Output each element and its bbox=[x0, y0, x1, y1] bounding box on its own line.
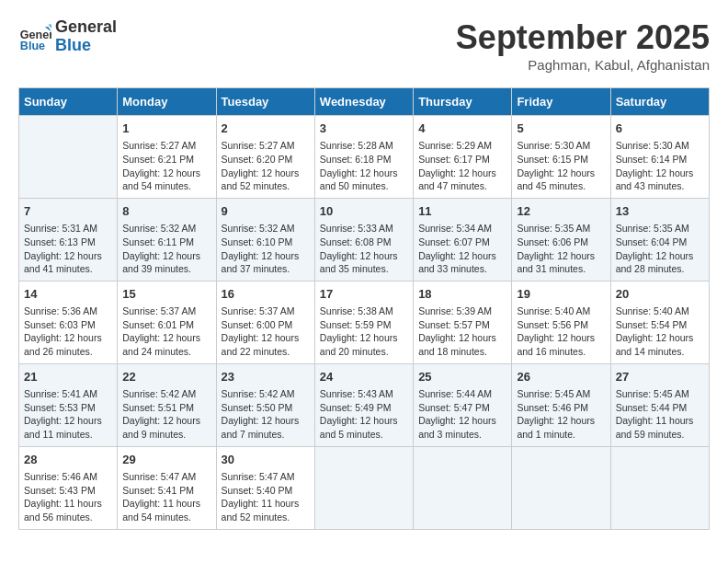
calendar-cell bbox=[19, 116, 118, 199]
day-info: Sunrise: 5:47 AM Sunset: 5:40 PM Dayligh… bbox=[222, 470, 310, 524]
day-number: 9 bbox=[222, 203, 310, 220]
logo-line2: Blue bbox=[55, 37, 117, 55]
day-number: 1 bbox=[122, 121, 210, 137]
page-header: General Blue General Blue September 2025… bbox=[18, 18, 710, 73]
day-number: 27 bbox=[616, 369, 704, 385]
header-day-monday: Monday bbox=[118, 88, 216, 116]
calendar-cell: 11Sunrise: 5:34 AM Sunset: 6:07 PM Dayli… bbox=[414, 198, 512, 281]
header-day-saturday: Saturday bbox=[610, 88, 709, 116]
calendar-cell: 14Sunrise: 5:36 AM Sunset: 6:03 PM Dayli… bbox=[19, 281, 118, 363]
day-number: 2 bbox=[222, 121, 310, 137]
calendar-cell bbox=[610, 446, 709, 529]
day-info: Sunrise: 5:42 AM Sunset: 5:51 PM Dayligh… bbox=[122, 387, 210, 442]
day-info: Sunrise: 5:38 AM Sunset: 5:59 PM Dayligh… bbox=[320, 304, 408, 359]
logo-icon: General Blue bbox=[18, 20, 51, 53]
day-number: 11 bbox=[418, 203, 506, 220]
calendar-cell: 17Sunrise: 5:38 AM Sunset: 5:59 PM Dayli… bbox=[314, 281, 413, 363]
header-day-tuesday: Tuesday bbox=[216, 88, 314, 116]
calendar-cell: 19Sunrise: 5:40 AM Sunset: 5:56 PM Dayli… bbox=[512, 281, 610, 363]
day-number: 19 bbox=[517, 286, 605, 303]
day-info: Sunrise: 5:34 AM Sunset: 6:07 PM Dayligh… bbox=[418, 222, 506, 276]
day-number: 4 bbox=[418, 121, 506, 137]
location: Paghman, Kabul, Afghanistan bbox=[456, 57, 710, 73]
day-number: 14 bbox=[24, 286, 112, 303]
day-number: 30 bbox=[222, 452, 310, 468]
day-info: Sunrise: 5:45 AM Sunset: 5:46 PM Dayligh… bbox=[517, 387, 605, 442]
day-number: 5 bbox=[517, 121, 605, 137]
calendar-week-4: 21Sunrise: 5:41 AM Sunset: 5:53 PM Dayli… bbox=[19, 363, 710, 446]
logo-text: General Blue bbox=[55, 18, 117, 55]
day-number: 28 bbox=[24, 452, 112, 468]
month-title: September 2025 bbox=[456, 18, 710, 57]
calendar-week-1: 1Sunrise: 5:27 AM Sunset: 6:21 PM Daylig… bbox=[19, 116, 710, 199]
day-info: Sunrise: 5:46 AM Sunset: 5:43 PM Dayligh… bbox=[24, 470, 112, 524]
calendar-cell: 2Sunrise: 5:27 AM Sunset: 6:20 PM Daylig… bbox=[216, 116, 314, 199]
header-day-sunday: Sunday bbox=[19, 88, 118, 116]
header-day-thursday: Thursday bbox=[414, 88, 512, 116]
day-info: Sunrise: 5:36 AM Sunset: 6:03 PM Dayligh… bbox=[24, 304, 112, 359]
day-number: 3 bbox=[320, 121, 408, 137]
day-number: 6 bbox=[616, 121, 704, 137]
day-number: 12 bbox=[517, 203, 605, 220]
calendar-cell: 4Sunrise: 5:29 AM Sunset: 6:17 PM Daylig… bbox=[414, 116, 512, 199]
day-info: Sunrise: 5:30 AM Sunset: 6:14 PM Dayligh… bbox=[616, 139, 704, 193]
day-info: Sunrise: 5:44 AM Sunset: 5:47 PM Dayligh… bbox=[418, 387, 506, 442]
day-info: Sunrise: 5:28 AM Sunset: 6:18 PM Dayligh… bbox=[320, 139, 408, 193]
calendar-week-2: 7Sunrise: 5:31 AM Sunset: 6:13 PM Daylig… bbox=[19, 198, 710, 281]
day-number: 22 bbox=[122, 369, 210, 385]
header-day-wednesday: Wednesday bbox=[314, 88, 413, 116]
calendar-cell: 20Sunrise: 5:40 AM Sunset: 5:54 PM Dayli… bbox=[610, 281, 709, 363]
calendar-cell: 22Sunrise: 5:42 AM Sunset: 5:51 PM Dayli… bbox=[118, 363, 216, 446]
day-info: Sunrise: 5:41 AM Sunset: 5:53 PM Dayligh… bbox=[24, 387, 112, 442]
calendar-cell: 30Sunrise: 5:47 AM Sunset: 5:40 PM Dayli… bbox=[216, 446, 314, 529]
day-info: Sunrise: 5:32 AM Sunset: 6:11 PM Dayligh… bbox=[122, 222, 210, 276]
calendar-cell: 1Sunrise: 5:27 AM Sunset: 6:21 PM Daylig… bbox=[118, 116, 216, 199]
day-info: Sunrise: 5:43 AM Sunset: 5:49 PM Dayligh… bbox=[320, 387, 408, 442]
calendar-cell: 25Sunrise: 5:44 AM Sunset: 5:47 PM Dayli… bbox=[414, 363, 512, 446]
day-number: 7 bbox=[24, 203, 112, 220]
calendar-cell: 6Sunrise: 5:30 AM Sunset: 6:14 PM Daylig… bbox=[610, 116, 709, 199]
calendar-cell: 24Sunrise: 5:43 AM Sunset: 5:49 PM Dayli… bbox=[314, 363, 413, 446]
logo-line1: General bbox=[55, 18, 117, 37]
day-number: 15 bbox=[122, 286, 210, 303]
calendar-week-5: 28Sunrise: 5:46 AM Sunset: 5:43 PM Dayli… bbox=[19, 446, 710, 529]
calendar-cell bbox=[512, 446, 610, 529]
svg-text:Blue: Blue bbox=[20, 40, 45, 52]
title-block: September 2025 Paghman, Kabul, Afghanist… bbox=[456, 18, 710, 73]
header-day-friday: Friday bbox=[512, 88, 610, 116]
day-info: Sunrise: 5:47 AM Sunset: 5:41 PM Dayligh… bbox=[122, 470, 210, 524]
calendar-cell: 27Sunrise: 5:45 AM Sunset: 5:44 PM Dayli… bbox=[610, 363, 709, 446]
day-number: 8 bbox=[122, 203, 210, 220]
calendar-cell: 8Sunrise: 5:32 AM Sunset: 6:11 PM Daylig… bbox=[118, 198, 216, 281]
day-info: Sunrise: 5:35 AM Sunset: 6:04 PM Dayligh… bbox=[616, 222, 704, 276]
day-info: Sunrise: 5:33 AM Sunset: 6:08 PM Dayligh… bbox=[320, 222, 408, 276]
calendar-cell: 10Sunrise: 5:33 AM Sunset: 6:08 PM Dayli… bbox=[314, 198, 413, 281]
calendar-cell: 26Sunrise: 5:45 AM Sunset: 5:46 PM Dayli… bbox=[512, 363, 610, 446]
calendar-cell: 28Sunrise: 5:46 AM Sunset: 5:43 PM Dayli… bbox=[19, 446, 118, 529]
day-info: Sunrise: 5:37 AM Sunset: 6:01 PM Dayligh… bbox=[122, 304, 210, 359]
day-number: 26 bbox=[517, 369, 605, 385]
header-row: SundayMondayTuesdayWednesdayThursdayFrid… bbox=[19, 88, 710, 116]
day-number: 13 bbox=[616, 203, 704, 220]
day-info: Sunrise: 5:32 AM Sunset: 6:10 PM Dayligh… bbox=[222, 222, 310, 276]
calendar-table: SundayMondayTuesdayWednesdayThursdayFrid… bbox=[18, 87, 710, 530]
calendar-cell bbox=[414, 446, 512, 529]
calendar-cell bbox=[314, 446, 413, 529]
day-info: Sunrise: 5:39 AM Sunset: 5:57 PM Dayligh… bbox=[418, 304, 506, 359]
day-info: Sunrise: 5:45 AM Sunset: 5:44 PM Dayligh… bbox=[616, 387, 704, 442]
calendar-cell: 18Sunrise: 5:39 AM Sunset: 5:57 PM Dayli… bbox=[414, 281, 512, 363]
day-number: 20 bbox=[616, 286, 704, 303]
day-number: 10 bbox=[320, 203, 408, 220]
day-info: Sunrise: 5:30 AM Sunset: 6:15 PM Dayligh… bbox=[517, 139, 605, 193]
calendar-cell: 9Sunrise: 5:32 AM Sunset: 6:10 PM Daylig… bbox=[216, 198, 314, 281]
calendar-body: 1Sunrise: 5:27 AM Sunset: 6:21 PM Daylig… bbox=[19, 116, 710, 530]
calendar-cell: 29Sunrise: 5:47 AM Sunset: 5:41 PM Dayli… bbox=[118, 446, 216, 529]
day-number: 18 bbox=[418, 286, 506, 303]
day-number: 29 bbox=[122, 452, 210, 468]
calendar-cell: 12Sunrise: 5:35 AM Sunset: 6:06 PM Dayli… bbox=[512, 198, 610, 281]
day-info: Sunrise: 5:27 AM Sunset: 6:21 PM Dayligh… bbox=[122, 139, 210, 193]
day-number: 21 bbox=[24, 369, 112, 385]
calendar-cell: 5Sunrise: 5:30 AM Sunset: 6:15 PM Daylig… bbox=[512, 116, 610, 199]
day-info: Sunrise: 5:42 AM Sunset: 5:50 PM Dayligh… bbox=[222, 387, 310, 442]
day-info: Sunrise: 5:40 AM Sunset: 5:56 PM Dayligh… bbox=[517, 304, 605, 359]
